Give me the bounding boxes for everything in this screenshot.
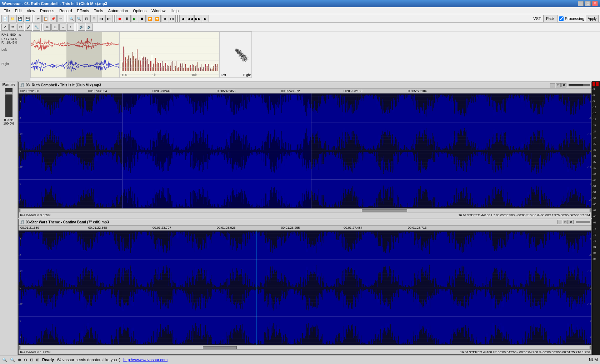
track1-close[interactable]: ✕ — [561, 83, 566, 87]
menu-view[interactable]: View — [25, 8, 38, 14]
meter-m3: -3 — [592, 88, 600, 90]
toend-btn[interactable]: ⏭ — [169, 15, 176, 22]
meter-m51: -51 — [592, 185, 600, 187]
menu-bar: File Edit View Process Record Effects To… — [0, 7, 600, 14]
nav1-btn[interactable]: ◀ — [179, 15, 186, 22]
rewind-btn[interactable]: ⏪ — [146, 15, 153, 22]
record-btn[interactable]: ⏺ — [116, 15, 123, 22]
scatter-left-label: Left — [221, 73, 226, 77]
menu-tools[interactable]: Tools — [92, 8, 105, 14]
track2-scroll-indicator — [576, 221, 590, 223]
fader-thumb[interactable] — [5, 92, 12, 95]
nav2-btn[interactable]: ◀◀ — [187, 15, 194, 22]
ffwd-btn[interactable]: ⏩ — [154, 15, 161, 22]
overview-scatter: Left Right — [220, 31, 252, 78]
apply-button[interactable]: Apply — [586, 15, 599, 22]
menu-effects[interactable]: Effects — [75, 8, 91, 14]
save-btn[interactable]: 💾 — [16, 15, 24, 22]
tool5[interactable]: 🔧 — [33, 24, 40, 31]
meter-m54: -54 — [592, 191, 600, 193]
status-icon4: ⊖ — [24, 358, 27, 362]
menu-process[interactable]: Process — [38, 8, 56, 14]
track2-close[interactable]: ✕ — [569, 220, 574, 224]
menu-record[interactable]: Record — [57, 8, 74, 14]
maximize-button[interactable]: □ — [585, 1, 591, 6]
track2-maximize[interactable]: □ — [563, 220, 568, 224]
track2-scroll-right — [590, 346, 591, 349]
meter-m9: -9 — [592, 100, 600, 102]
saveas-btn[interactable]: 💾 — [24, 15, 31, 22]
menu-help[interactable]: Help — [168, 8, 181, 14]
tool8[interactable]: ↔ — [59, 24, 66, 31]
pause-btn[interactable]: ⏸ — [124, 15, 131, 22]
paste-btn[interactable]: 📌 — [50, 15, 57, 22]
tool7[interactable]: ⊖ — [51, 24, 59, 31]
tool2[interactable]: ✏ — [9, 24, 16, 31]
master-pct: 100.0% — [3, 122, 14, 125]
zoom-in-btn[interactable]: 🔍 — [68, 15, 75, 22]
master-fader[interactable] — [5, 88, 12, 117]
menu-automation[interactable]: Automation — [106, 8, 130, 14]
tool4[interactable]: 🖊 — [25, 24, 32, 31]
track1-scroll-track[interactable] — [21, 209, 589, 212]
menu-window[interactable]: Window — [149, 8, 168, 14]
meter-m6: -6 — [592, 94, 600, 96]
track1-tech-info: 16 bit STEREO 44100 Hz 00:05:36:503 - 00… — [458, 213, 590, 217]
track2-container: 🎵 03-Star Wars Theme - Cantina Band (7''… — [18, 219, 592, 355]
meter-m72: -72 — [592, 227, 600, 230]
stop-btn[interactable]: ⏹ — [139, 15, 146, 22]
minimize-button[interactable]: _ — [578, 1, 584, 6]
zoom-sel-btn[interactable]: ⊡ — [83, 15, 90, 22]
status-message: Wavosaur needs donators like you :) — [57, 358, 120, 362]
open-btn[interactable]: 📁 — [9, 15, 16, 22]
track2-scroll-track[interactable] — [21, 346, 589, 349]
nav3-btn[interactable]: ▶▶ — [194, 15, 201, 22]
copy-btn[interactable]: 📋 — [42, 15, 49, 22]
meter-red-left — [592, 82, 595, 86]
track2-waveform[interactable]: -3-6-12-8-12-6-3 -3-6-12-8-12-6-3 — [19, 231, 591, 345]
processing-label: Processing — [565, 16, 584, 21]
track1-scrollbar[interactable] — [19, 208, 591, 213]
close-button[interactable]: ✕ — [592, 1, 598, 6]
track2-minimize[interactable]: _ — [557, 220, 562, 224]
meter-m66: -66 — [592, 215, 600, 218]
tostart-btn[interactable]: ⏮ — [161, 15, 168, 22]
scatter-right-label: Right — [243, 73, 251, 77]
freq-10k: 10k — [191, 73, 197, 77]
new-btn[interactable]: 📄 — [1, 15, 9, 22]
processing-checkbox[interactable] — [559, 16, 564, 21]
play-btn[interactable]: ▶ — [131, 15, 138, 22]
tool10[interactable]: 🔊 — [78, 24, 85, 31]
track1-maximize[interactable]: □ — [556, 83, 561, 87]
tool6[interactable]: ⊕ — [44, 24, 51, 31]
track2-scroll-thumb[interactable] — [203, 346, 237, 349]
next-btn[interactable]: ⏭ — [105, 15, 112, 22]
tool3[interactable]: ✂ — [17, 24, 24, 31]
track2-timebar: 00:01:21:339 00:01:22:568 00:01:23:797 0… — [19, 226, 591, 231]
tool11[interactable]: 🔈 — [86, 24, 93, 31]
track2-scrollbar[interactable] — [19, 345, 591, 349]
track2-time4: 00:01:26:255 — [281, 226, 300, 229]
nav4-btn[interactable]: ▶ — [202, 15, 209, 22]
meter-m24: -24 — [592, 130, 600, 133]
menu-file[interactable]: File — [1, 8, 12, 14]
track2-time0: 00:01:21:339 — [20, 226, 39, 229]
track1-minimize[interactable]: _ — [550, 83, 555, 87]
tool1[interactable]: ↗ — [1, 24, 9, 31]
rack-button[interactable]: Rack — [543, 15, 558, 22]
undo-btn[interactable]: ↩ — [57, 15, 64, 22]
zoom-out-btn[interactable]: 🔍 — [75, 15, 82, 22]
track1-waveform[interactable]: -3-6-12-8-12-6-3 -3-6-12-8-12-6-3 — [19, 93, 591, 208]
zoom-all-btn[interactable]: ⊞ — [90, 15, 98, 22]
tracks-area: 🎵 03. Ruth Campbell - This Is It (Club M… — [18, 81, 592, 355]
prev-btn[interactable]: ⏮ — [98, 15, 105, 22]
status-link[interactable]: http://www.wavosaur.com — [123, 358, 168, 362]
track2-time1: 00:01:22:568 — [88, 226, 107, 229]
main-content: Master: 0.0 dB 100.0% 🎵 03. Ruth Campbel… — [0, 81, 600, 355]
track2-waveform-canvas — [19, 231, 591, 345]
cut-btn[interactable]: ✂ — [35, 15, 42, 22]
menu-options[interactable]: Options — [131, 8, 149, 14]
track1-scroll-thumb[interactable] — [362, 209, 407, 212]
tool9[interactable]: ↕ — [67, 24, 74, 31]
menu-edit[interactable]: Edit — [13, 8, 24, 14]
